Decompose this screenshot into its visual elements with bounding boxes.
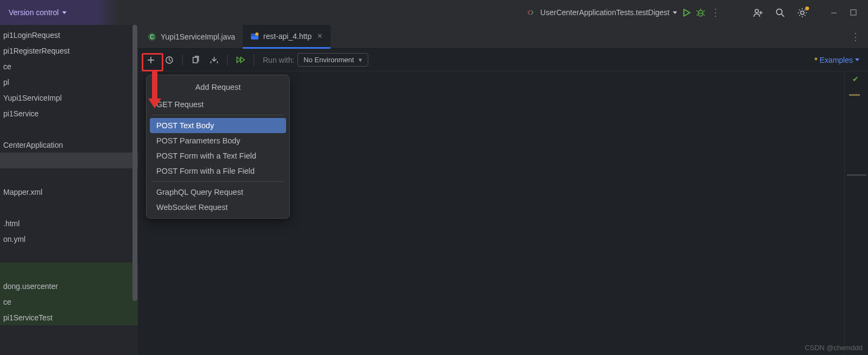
tree-item[interactable]: CenterApplication xyxy=(0,137,138,153)
add-request-popup: Add Request GET RequestPOST Text BodyPOS… xyxy=(146,75,290,219)
tree-item[interactable]: pi1RegisterRequest xyxy=(0,43,138,58)
tree-item[interactable]: pi1ServiceTest xyxy=(0,310,138,325)
svg-rect-14 xyxy=(851,10,856,15)
popup-item[interactable]: POST Parameters Body xyxy=(147,133,289,148)
search-icon[interactable] xyxy=(775,8,785,18)
popup-separator xyxy=(152,181,284,182)
project-sidebar[interactable]: pi1LoginRequestpi1RegisterRequestceplYup… xyxy=(0,25,138,355)
environment-dropdown[interactable]: No Environment ▾ xyxy=(297,53,368,67)
tree-item[interactable] xyxy=(0,153,138,168)
http-toolbar: Run with: No Environment ▾ * Examples xyxy=(138,49,868,71)
chevron-down-icon xyxy=(855,58,859,61)
watermark-text: CSDN @chemddd xyxy=(805,344,863,352)
minimap-indicator-icon xyxy=(847,174,866,176)
tree-item[interactable] xyxy=(0,121,138,137)
notification-dot-icon xyxy=(805,6,809,10)
popup-title: Add Request xyxy=(147,78,289,97)
svg-line-4 xyxy=(697,14,698,15)
tree-item[interactable]: Mapper.xml xyxy=(0,184,138,200)
tab-rest-tab[interactable]: rest-api_4.http✕ xyxy=(243,25,331,49)
tree-item[interactable]: .html xyxy=(0,215,138,231)
run-all-button[interactable] xyxy=(233,52,248,68)
history-button[interactable] xyxy=(162,52,177,68)
tab-yupi-tab[interactable]: CYupi1ServiceImpl.java xyxy=(140,25,243,48)
popup-item[interactable]: POST Text Body xyxy=(150,118,286,133)
vcs-dropdown[interactable]: Version control xyxy=(5,8,70,17)
tree-item[interactable] xyxy=(0,247,138,262)
import-button[interactable] xyxy=(207,52,222,68)
http-icon xyxy=(250,32,259,41)
run-config-dropdown[interactable]: UserCenterApplicationTests.testDigest xyxy=(540,8,677,17)
tree-item[interactable] xyxy=(0,262,138,278)
editor-tabs: CYupi1ServiceImpl.javarest-api_4.http✕ ⋮ xyxy=(138,25,868,49)
title-bar: Version control UserCenterApplicationTes… xyxy=(0,0,868,25)
svg-point-12 xyxy=(800,11,804,14)
minimize-button[interactable] xyxy=(830,9,838,16)
check-icon: ✔ xyxy=(852,75,859,83)
chevron-down-icon: ▾ xyxy=(359,56,362,64)
svg-point-19 xyxy=(255,32,259,36)
class-icon: C xyxy=(148,32,156,41)
popup-separator xyxy=(152,115,284,115)
settings-icon[interactable] xyxy=(797,8,807,18)
environment-label: No Environment xyxy=(303,56,354,64)
svg-point-10 xyxy=(777,9,783,15)
examples-label: Examples xyxy=(820,56,853,64)
tree-item[interactable]: Yupi1ServiceImpl xyxy=(0,90,138,106)
tree-item[interactable]: dong.usercenter xyxy=(0,278,138,294)
tabs-menu-button[interactable]: ⋮ xyxy=(845,31,866,43)
maximize-button[interactable] xyxy=(850,9,857,16)
warning-marker-icon xyxy=(849,94,860,96)
code-with-me-icon[interactable] xyxy=(753,8,763,18)
add-request-button[interactable] xyxy=(143,52,158,68)
tree-item[interactable]: pi1LoginRequest xyxy=(0,27,138,43)
tab-label: Yupi1ServiceImpl.java xyxy=(161,32,235,41)
run-button[interactable] xyxy=(683,9,691,17)
tree-item[interactable]: pi1Service xyxy=(0,106,138,121)
copy-button[interactable] xyxy=(188,52,203,68)
tree-item[interactable] xyxy=(0,200,138,215)
nav-arrows-icon[interactable] xyxy=(526,8,535,17)
tree-item[interactable]: ce xyxy=(0,294,138,310)
svg-point-7 xyxy=(755,9,758,12)
asterisk-icon: * xyxy=(814,56,817,64)
tree-item[interactable]: ce xyxy=(0,58,138,74)
svg-text:C: C xyxy=(150,34,154,40)
svg-line-3 xyxy=(704,10,705,11)
debug-button[interactable] xyxy=(696,8,705,17)
chevron-down-icon xyxy=(62,11,67,14)
sidebar-scrollbar[interactable] xyxy=(132,25,138,312)
run-config-area: UserCenterApplicationTests.testDigest ⋮ xyxy=(526,6,720,18)
tab-label: rest-api_4.http xyxy=(263,32,312,41)
header-right-icons xyxy=(753,8,863,18)
examples-dropdown[interactable]: * Examples xyxy=(814,56,863,64)
svg-line-2 xyxy=(697,10,698,11)
vcs-label: Version control xyxy=(9,8,59,17)
svg-line-11 xyxy=(781,14,784,17)
popup-item[interactable]: POST Form with a Text Field xyxy=(147,148,289,163)
chevron-down-icon xyxy=(673,11,677,14)
popup-item[interactable]: WebSocket Request xyxy=(147,200,289,215)
tree-item[interactable] xyxy=(0,168,138,184)
run-with-label: Run with: xyxy=(263,56,294,64)
popup-item[interactable]: GET Request xyxy=(147,97,289,112)
close-icon[interactable]: ✕ xyxy=(317,32,323,40)
tree-item[interactable]: on.yml xyxy=(0,231,138,247)
svg-rect-23 xyxy=(193,57,197,63)
more-actions-button[interactable]: ⋮ xyxy=(711,6,720,18)
editor-minimap[interactable]: ✔ xyxy=(844,71,868,355)
popup-item[interactable]: POST Form with a File Field xyxy=(147,163,289,179)
svg-line-5 xyxy=(704,14,705,15)
popup-item[interactable]: GraphQL Query Request xyxy=(147,185,289,200)
run-config-label: UserCenterApplicationTests.testDigest xyxy=(540,8,670,17)
tree-item[interactable]: pl xyxy=(0,74,138,90)
